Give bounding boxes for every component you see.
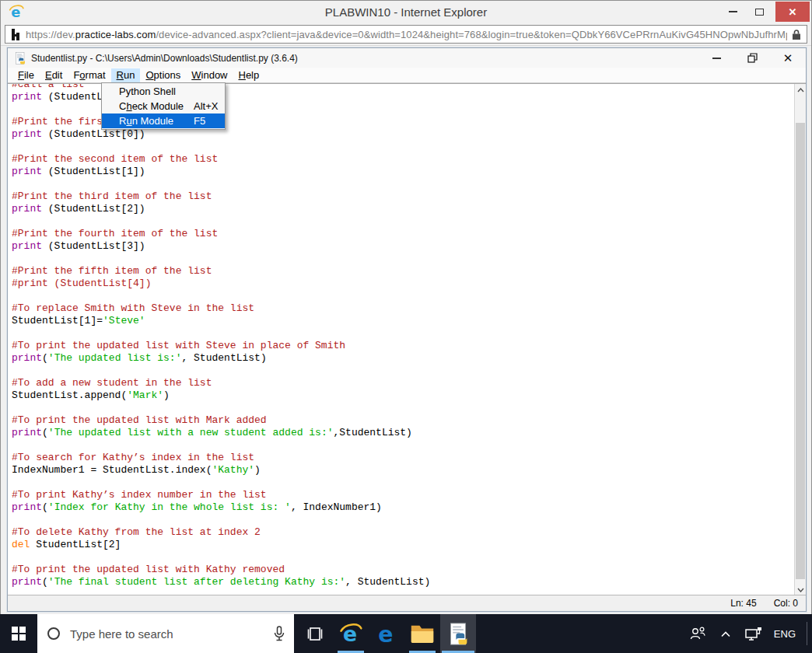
chevron-up-icon — [797, 88, 804, 93]
code-line: print('The updated list is:', StudentLis… — [12, 352, 430, 365]
idle-statusbar: Ln: 45 Col: 0 — [8, 595, 806, 611]
code-line: print (StudentList[0]) — [12, 128, 430, 141]
file-explorer-icon — [410, 623, 435, 644]
run-menu-item-run-module[interactable]: Run ModuleF5 — [102, 113, 225, 128]
code-line: #To delete Kathy from the list at index … — [12, 526, 430, 539]
site-favicon-icon — [11, 29, 20, 40]
python-idle-taskbar-button[interactable] — [440, 614, 476, 653]
code-text[interactable]: #call a listprint (StudentList) #Print t… — [12, 83, 430, 588]
code-line: #To print the updated list with Steve in… — [12, 340, 430, 352]
code-line: #To search for Kathy’s index in the list — [12, 452, 430, 464]
code-line — [12, 327, 430, 340]
minimize-button[interactable] — [719, 2, 746, 22]
menu-item-shortcut: Alt+X — [194, 100, 218, 112]
people-button[interactable] — [687, 618, 709, 649]
network-button[interactable] — [743, 618, 765, 649]
code-line: StudentList[1]='Steve' — [12, 315, 430, 327]
menu-edit[interactable]: Edit — [40, 68, 68, 82]
idle-minimize-button[interactable] — [698, 48, 734, 68]
taskbar: Type here to search e e ENG — [0, 614, 812, 653]
internet-explorer-icon: e — [9, 4, 24, 19]
file-explorer-taskbar-button[interactable] — [404, 614, 440, 653]
chevron-down-icon — [797, 588, 804, 592]
maximize-icon — [755, 9, 764, 16]
network-icon — [745, 627, 762, 641]
code-line: print('The final student list after dele… — [12, 576, 430, 588]
taskbar-search[interactable]: Type here to search — [37, 614, 294, 653]
address-bar[interactable]: https://dev.practice-labs.com/device-adv… — [5, 25, 807, 44]
code-line: #To print the updated list with Kathy re… — [12, 564, 430, 576]
menu-file[interactable]: File — [12, 68, 40, 82]
idle-window: Studentlist.py - C:\Users\Admin\Download… — [7, 47, 807, 612]
restore-icon — [747, 53, 758, 63]
code-line: print (StudentList[1]) — [12, 166, 430, 178]
window-controls: ✕ — [719, 2, 810, 22]
code-editor[interactable]: #call a listprint (StudentList) #Print t… — [8, 83, 806, 595]
status-line-number: Ln: 45 — [730, 598, 756, 609]
system-tray: ENG — [687, 614, 812, 653]
code-line: IndexNumber1 = StudentList.index('Kathy'… — [12, 464, 430, 477]
run-menu-item-check-module[interactable]: Check ModuleAlt+X — [102, 99, 225, 113]
menu-run[interactable]: Run — [111, 68, 141, 82]
svg-text:e: e — [378, 622, 393, 645]
windows-logo-icon — [12, 627, 26, 641]
python-file-icon — [14, 52, 26, 65]
idle-close-button[interactable]: ✕ — [770, 48, 806, 68]
code-line: print('The updated list with a new stude… — [12, 427, 430, 439]
code-line: del StudentList[2] — [12, 539, 430, 551]
idle-menubar: FileEditFormatRunOptionsWindowHelp — [8, 68, 806, 83]
code-line: #To replace Smith with Steve in the list — [12, 302, 430, 315]
idle-titlebar: Studentlist.py - C:\Users\Admin\Download… — [8, 48, 806, 68]
menu-format[interactable]: Format — [68, 68, 110, 82]
run-menu-item-python-shell[interactable]: Python Shell — [102, 84, 225, 99]
scroll-up-button[interactable] — [795, 84, 806, 96]
ie-window: e PLABWIN10 - Internet Explorer ✕ https:… — [0, 0, 812, 653]
ie-titlebar: e PLABWIN10 - Internet Explorer ✕ — [1, 1, 811, 23]
maximize-button[interactable] — [746, 2, 772, 22]
code-line — [12, 178, 430, 190]
scrollbar-thumb[interactable] — [796, 123, 805, 579]
menu-options[interactable]: Options — [140, 68, 186, 82]
status-column-number: Col: 0 — [774, 598, 798, 609]
code-line: #To print the updated list with Mark add… — [12, 414, 430, 427]
idle-restore-button[interactable] — [734, 48, 770, 68]
code-line — [12, 141, 430, 153]
code-line: #Print the third item of the list — [12, 190, 430, 203]
menu-help[interactable]: Help — [233, 68, 265, 82]
vertical-scrollbar[interactable] — [794, 84, 806, 595]
code-line: #To print Kathy’s index number in the li… — [12, 489, 430, 501]
internet-explorer-taskbar-button[interactable]: e — [333, 614, 369, 653]
menu-item-label: Python Shell — [119, 86, 194, 97]
menu-item-label: Run Module — [119, 115, 194, 127]
tray-separator — [807, 622, 807, 645]
search-placeholder: Type here to search — [70, 627, 264, 641]
code-line: #To add a new student in the list — [12, 377, 430, 389]
people-icon — [688, 626, 707, 641]
show-hidden-icons-button[interactable] — [715, 618, 737, 649]
task-view-button[interactable] — [297, 614, 333, 653]
minimize-icon — [712, 58, 721, 59]
language-indicator[interactable]: ENG — [771, 628, 799, 640]
chevron-up-icon — [720, 630, 731, 637]
edge-taskbar-button[interactable]: e — [369, 614, 404, 653]
idle-window-controls: ✕ — [698, 48, 806, 68]
window-title: PLABWIN10 - Internet Explorer — [1, 5, 811, 19]
run-menu-dropdown: Python ShellCheck ModuleAlt+XRun ModuleF… — [101, 82, 226, 130]
code-line: print (StudentList[2]) — [12, 203, 430, 215]
code-line — [12, 365, 430, 377]
code-line — [12, 514, 430, 526]
code-line: StudentList.append('Mark') — [12, 389, 430, 402]
close-button[interactable]: ✕ — [775, 2, 810, 22]
idle-window-title: Studentlist.py - C:\Users\Admin\Download… — [31, 53, 298, 64]
microphone-icon[interactable] — [274, 626, 285, 642]
code-line — [12, 253, 430, 265]
code-line: #print (StudentList[4]) — [12, 278, 430, 290]
code-line — [12, 477, 430, 489]
menu-window[interactable]: Window — [186, 68, 233, 82]
code-line: print('Index for Kathy in the whole list… — [12, 501, 430, 514]
menu-item-label: Check Module — [119, 100, 194, 112]
code-line — [12, 439, 430, 452]
python-idle-icon — [447, 623, 470, 645]
scroll-down-button[interactable] — [795, 584, 806, 595]
start-button[interactable] — [0, 614, 37, 653]
